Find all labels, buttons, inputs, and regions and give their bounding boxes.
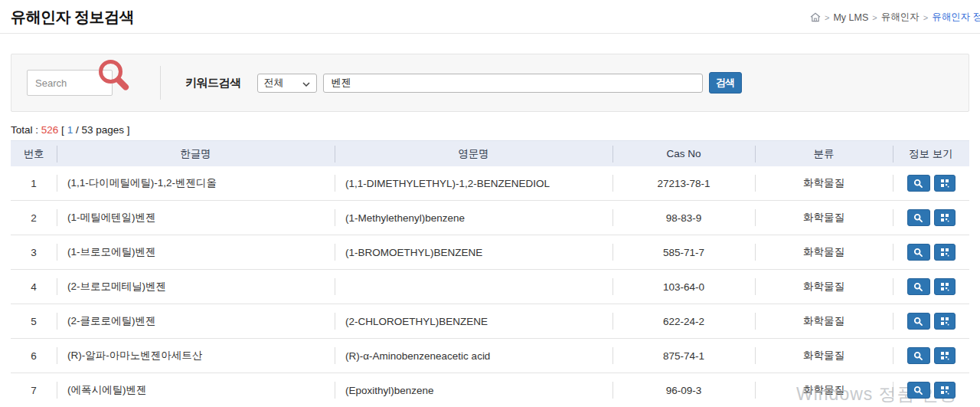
row-english-name: (Epoxithyl)benzene: [335, 373, 612, 407]
breadcrumb-separator: >: [923, 13, 928, 22]
row-cas-no: 96-09-3: [612, 373, 755, 407]
table-row: 3 (1-브로모에틸)벤젠 (1-BROMOETHYL)BENZENE 585-…: [11, 235, 969, 270]
row-korean-name: (1,1-다이메틸에틸)-1,2-벤젠디올: [57, 166, 335, 200]
row-grid-view-button[interactable]: [934, 278, 956, 295]
table-row: 1 (1,1-다이메틸에틸)-1,2-벤젠디올 (1,1-DIMETHYLETH…: [11, 166, 969, 201]
breadcrumb-separator: >: [825, 13, 829, 22]
row-korean-name: (2-클로로에틸)벤젠: [57, 304, 335, 338]
breadcrumb-item-current[interactable]: 유해인자 정보검색: [932, 11, 980, 24]
column-header-category: 분류: [755, 141, 893, 166]
row-grid-view-button[interactable]: [934, 244, 956, 261]
row-category: 화학물질: [755, 166, 893, 200]
row-actions: [893, 201, 969, 235]
result-summary: Total : 526 [ 1 / 53 pages ]: [11, 124, 980, 136]
page-header: 유해인자 정보검색 > My LMS > 유해인자 > 유해인자 정보검색: [0, 0, 980, 34]
row-detail-search-button[interactable]: [907, 278, 930, 295]
row-cas-no: 875-74-1: [612, 339, 755, 373]
column-header-info: 정보 보기: [893, 141, 969, 166]
table-row: 2 (1-메틸에텐일)벤젠 (1-Methylethenyl)benzene 9…: [11, 201, 969, 235]
row-korean-name: (에폭시에틸)벤젠: [57, 373, 335, 407]
keyword-search-label: 키워드검색: [185, 76, 241, 90]
home-icon[interactable]: [810, 13, 821, 22]
row-detail-search-button[interactable]: [907, 313, 930, 330]
qr-grid-icon: [940, 282, 949, 291]
row-detail-search-button[interactable]: [907, 244, 930, 261]
row-detail-search-button[interactable]: [907, 382, 930, 399]
row-number: 4: [11, 270, 57, 304]
row-actions: [893, 166, 969, 200]
row-detail-search-button[interactable]: [907, 347, 930, 364]
keyword-input[interactable]: [323, 74, 703, 93]
row-number: 2: [11, 201, 57, 235]
row-number: 7: [11, 373, 57, 407]
row-actions: [893, 304, 969, 338]
row-cas-no: 27213-78-1: [612, 166, 755, 200]
row-korean-name: (2-브로모메테닐)벤젠: [57, 270, 335, 304]
qr-grid-icon: [940, 248, 949, 257]
column-header-korean: 한글명: [57, 141, 335, 166]
row-english-name: (1-Methylethenyl)benzene: [335, 201, 612, 235]
table-row: 7 (에폭시에틸)벤젠 (Epoxithyl)benzene 96-09-3 화…: [11, 373, 969, 407]
bracket-open: [: [61, 124, 64, 136]
qr-grid-icon: [940, 179, 949, 188]
row-english-name: (2-CHLOROETHYL)BENZENE: [335, 304, 612, 338]
row-grid-view-button[interactable]: [934, 175, 956, 192]
chevron-down-icon: [302, 77, 310, 89]
row-cas-no: 98-83-9: [612, 201, 755, 235]
column-header-cas: Cas No: [612, 141, 755, 166]
current-page: 1: [67, 124, 74, 136]
row-grid-view-button[interactable]: [934, 209, 956, 226]
row-cas-no: 622-24-2: [612, 304, 755, 338]
row-cas-no: 103-64-0: [612, 270, 755, 304]
row-english-name: (1,1-DIMETHYLETHYL)-1,2-BENZENEDIOL: [335, 166, 612, 200]
row-korean-name: (1-브로모에틸)벤젠: [57, 235, 335, 269]
row-category: 화학물질: [755, 201, 893, 235]
qr-grid-icon: [940, 317, 949, 326]
row-grid-view-button[interactable]: [934, 382, 956, 399]
row-category: 화학물질: [755, 373, 893, 407]
row-detail-search-button[interactable]: [907, 209, 930, 226]
table-row: 6 (R)-알파-아마노벤젠아세트산 (R)-α-Aminobenzeneace…: [11, 339, 969, 373]
row-korean-name: (R)-알파-아마노벤젠아세트산: [57, 339, 335, 373]
row-actions: [893, 339, 969, 373]
row-actions: [893, 235, 969, 269]
results-table: 번호 한글명 영문명 Cas No 분류 정보 보기 1 (1,1-다이메틸에틸…: [11, 140, 969, 407]
qr-grid-icon: [940, 386, 949, 395]
row-detail-search-button[interactable]: [907, 175, 930, 192]
row-number: 5: [11, 304, 57, 338]
side-search-wrap: [27, 70, 113, 96]
row-cas-no: 585-71-7: [612, 235, 755, 269]
row-number: 1: [11, 166, 57, 200]
row-korean-name: (1-메틸에텐일)벤젠: [57, 201, 335, 235]
row-category: 화학물질: [755, 270, 893, 304]
row-category: 화학물질: [755, 235, 893, 269]
total-label: Total :: [11, 124, 38, 136]
keyword-category-select[interactable]: 전체: [257, 74, 317, 93]
panel-divider: [160, 66, 161, 100]
row-number: 3: [11, 235, 57, 269]
table-row: 5 (2-클로로에틸)벤젠 (2-CHLOROETHYL)BENZENE 622…: [11, 304, 969, 339]
row-category: 화학물질: [755, 339, 893, 373]
search-button[interactable]: 검색: [709, 72, 742, 94]
qr-grid-icon: [940, 213, 949, 222]
category-select-value: 전체: [264, 76, 284, 90]
table-header-row: 번호 한글명 영문명 Cas No 분류 정보 보기: [11, 140, 969, 166]
breadcrumb: > My LMS > 유해인자 > 유해인자 정보검색: [810, 11, 980, 24]
search-panel: 키워드검색 전체 검색: [11, 54, 969, 112]
page-title: 유해인자 정보검색: [11, 7, 134, 28]
magnifier-icon: [99, 60, 122, 84]
row-number: 6: [11, 339, 57, 373]
row-english-name: (R)-α-Aminobenzeneacetic acid: [335, 339, 612, 373]
row-actions: [893, 373, 969, 407]
row-grid-view-button[interactable]: [934, 347, 956, 364]
total-count: 526: [41, 124, 59, 136]
column-header-english: 영문명: [335, 141, 612, 166]
breadcrumb-item-mylms[interactable]: My LMS: [833, 12, 868, 23]
table-body: 1 (1,1-다이메틸에틸)-1,2-벤젠디올 (1,1-DIMETHYLETH…: [11, 166, 969, 407]
row-grid-view-button[interactable]: [934, 313, 956, 330]
row-english-name: [335, 270, 612, 304]
column-header-no: 번호: [11, 141, 57, 166]
breadcrumb-item-hazard[interactable]: 유해인자: [881, 11, 920, 24]
breadcrumb-separator: >: [872, 13, 877, 22]
row-actions: [893, 270, 969, 304]
